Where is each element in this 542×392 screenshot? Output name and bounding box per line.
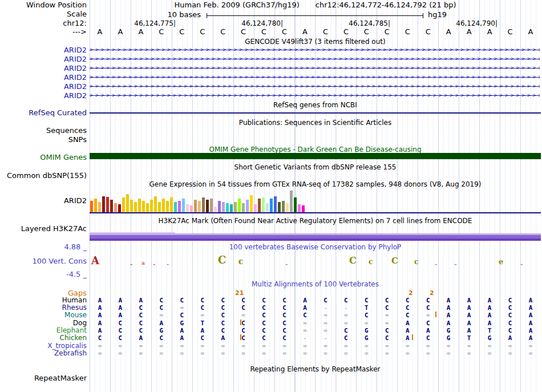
- gtex-tissue-bar[interactable]: [210, 199, 213, 212]
- gtex-tissue-bar[interactable]: [242, 203, 245, 212]
- gtex-tissue-bar[interactable]: [142, 201, 145, 212]
- gtex-tissue-bar[interactable]: [270, 199, 273, 212]
- alignment-row-zebrafish[interactable]: Zebrafish======================: [0, 350, 542, 357]
- ucsc-genome-browser-track-image[interactable]: Window Position Human Feb. 2009 (GRCh37/…: [0, 0, 542, 392]
- gtex-tissue-bar[interactable]: [238, 199, 241, 212]
- gtex-tissue-bar[interactable]: [246, 200, 249, 212]
- gtex-tissue-bar[interactable]: [130, 200, 133, 212]
- gtex-tissue-bar[interactable]: [262, 197, 265, 212]
- track-label-layered-h3k27ac[interactable]: Layered H3K27Ac: [0, 225, 87, 232]
- gtex-tissue-bar[interactable]: [222, 202, 225, 212]
- gtex-tissue-bar[interactable]: [166, 201, 169, 212]
- gtex-tissue-bar[interactable]: [202, 197, 205, 212]
- gtex-tissue-bar[interactable]: [154, 196, 157, 212]
- gtex-tissue-bar[interactable]: [214, 207, 217, 212]
- aligned-base: =: [377, 312, 397, 319]
- gtex-tissue-bar[interactable]: [298, 204, 301, 212]
- gtex-expression-barchart[interactable]: [90, 191, 305, 212]
- gtex-tissue-bar[interactable]: [274, 196, 277, 212]
- gtex-tissue-bar[interactable]: [158, 202, 161, 212]
- track-label-100-vert-cons[interactable]: 100 Vert. Cons: [0, 257, 87, 265]
- gtex-tissue-bar[interactable]: [286, 203, 289, 212]
- aligned-base: C: [213, 297, 233, 304]
- gap-count: 2: [408, 289, 413, 297]
- gtex-tissue-bar[interactable]: [98, 202, 101, 212]
- omim-gene-item[interactable]: [90, 153, 541, 159]
- gene-transcript-row[interactable]: ARID2>>>>>>>>>>>>>>>>>>>>>>>>>>>>>>>>>>>…: [0, 46, 542, 54]
- track-label-refseq-curated[interactable]: RefSeq Curated: [0, 109, 87, 116]
- gtex-tissue-bar[interactable]: [174, 202, 177, 212]
- gene-name-label[interactable]: ARID2: [0, 64, 87, 72]
- gtex-tissue-bar[interactable]: [90, 201, 93, 212]
- aligned-base: C: [213, 312, 233, 319]
- gtex-tissue-bar[interactable]: [278, 202, 281, 212]
- track-label-omim-genes[interactable]: OMIM Genes: [0, 153, 87, 161]
- track-label-gtex-arid2[interactable]: ARID2: [0, 197, 87, 204]
- gtex-tissue-bar[interactable]: [182, 199, 185, 212]
- gtex-tissue-bar[interactable]: [110, 200, 113, 212]
- gtex-tissue-bar[interactable]: [106, 197, 109, 212]
- base-position-ruler[interactable]: 46,124,775|46,124,780|46,124,785|46,124,…: [0, 19, 542, 27]
- gtex-tissue-bar[interactable]: [186, 204, 189, 212]
- gene-transcript-row[interactable]: ARID2>>>>>>>>>>>>>>>>>>>>>>>>>>>>>>>>>>>…: [0, 74, 542, 81]
- alignment-row-mouse[interactable]: MouseAAC=C=C=CCC==C=C=AAACA: [0, 312, 542, 319]
- gtex-tissue-bar[interactable]: [114, 203, 117, 212]
- gtex-tissue-bar[interactable]: [290, 191, 293, 212]
- gtex-tissue-bar[interactable]: [138, 199, 141, 212]
- gene-name-label[interactable]: ARID2: [0, 74, 87, 81]
- track-label-repeatmasker[interactable]: RepeatMasker: [0, 374, 87, 382]
- gtex-tissue-bar[interactable]: [230, 204, 233, 212]
- gtex-tissue-bar[interactable]: [170, 197, 173, 212]
- gene-transcript-row[interactable]: ARID2>>>>>>>>>>>>>>>>>>>>>>>>>>>>>>>>>>>…: [0, 83, 542, 90]
- gtex-tissue-bar[interactable]: [234, 202, 237, 212]
- gtex-tissue-bar[interactable]: [198, 201, 201, 212]
- gtex-tissue-bar[interactable]: [190, 205, 193, 212]
- reference-base: A: [520, 28, 541, 36]
- aligned-base: G: [172, 320, 192, 327]
- reference-sequence-row[interactable]: AAACCCCCCCACCCCCCAAACA: [90, 28, 541, 36]
- conservation-glyph: c: [238, 257, 244, 265]
- aligned-base: =: [418, 350, 438, 357]
- gtex-tissue-bar[interactable]: [302, 205, 305, 212]
- gtex-tissue-bar[interactable]: [178, 201, 181, 212]
- gene-transcript-row[interactable]: ARID2>>>>>>>>>>>>>>>>>>>>>>>>>>>>>>>>>>>…: [0, 92, 542, 99]
- gtex-tissue-bar[interactable]: [122, 197, 125, 212]
- aligned-base: A: [418, 327, 438, 334]
- alignment-row-chicken[interactable]: ChickenCCACACACCC--CGCACGTGAA: [0, 334, 542, 342]
- gtex-tissue-bar[interactable]: [94, 199, 97, 212]
- gtex-tissue-bar[interactable]: [206, 200, 209, 212]
- gtex-tissue-bar[interactable]: [266, 203, 269, 212]
- refseq-curated-item[interactable]: [90, 112, 541, 114]
- track-label-snps[interactable]: SNPs: [0, 136, 87, 143]
- gtex-tissue-bar[interactable]: [294, 197, 297, 212]
- track-label-sequences[interactable]: Sequences: [0, 127, 87, 134]
- scale-label: Scale: [0, 10, 87, 18]
- gtex-tissue-bar[interactable]: [258, 199, 261, 212]
- gtex-tissue-bar[interactable]: [118, 204, 121, 212]
- conservation-glyph: a: [141, 261, 145, 266]
- gtex-tissue-bar[interactable]: [218, 201, 221, 212]
- gtex-tissue-bar[interactable]: [162, 199, 165, 212]
- gtex-tissue-bar[interactable]: [102, 196, 105, 212]
- gene-name-label[interactable]: ARID2: [0, 46, 87, 54]
- gene-name-label[interactable]: ARID2: [0, 83, 87, 90]
- gene-name-label[interactable]: ARID2: [0, 55, 87, 63]
- species-label[interactable]: Chicken: [0, 334, 87, 342]
- gtex-tissue-bar[interactable]: [134, 202, 137, 212]
- gtex-tissue-bar[interactable]: [150, 200, 153, 212]
- species-label[interactable]: Mouse: [0, 312, 87, 319]
- track-label-common-dbsnp[interactable]: Common dbSNP(155): [0, 172, 87, 179]
- gtex-tissue-bar[interactable]: [126, 194, 129, 212]
- species-label[interactable]: Zebrafish: [0, 350, 87, 357]
- gene-name-label[interactable]: ARID2: [0, 92, 87, 99]
- gtex-tissue-bar[interactable]: [146, 203, 149, 212]
- gene-transcript-row[interactable]: ARID2>>>>>>>>>>>>>>>>>>>>>>>>>>>>>>>>>>>…: [0, 64, 542, 72]
- alignment-bases: ACCGAACCCC==CGCAAGATCA: [90, 327, 541, 334]
- gtex-tissue-bar[interactable]: [250, 195, 253, 212]
- h3k27ac-signal-layer3[interactable]: [90, 239, 541, 241]
- gtex-tissue-bar[interactable]: [282, 201, 285, 212]
- gtex-tissue-bar[interactable]: [254, 204, 257, 212]
- gtex-tissue-bar[interactable]: [226, 203, 229, 212]
- gtex-tissue-bar[interactable]: [194, 200, 197, 212]
- gene-transcript-row[interactable]: ARID2>>>>>>>>>>>>>>>>>>>>>>>>>>>>>>>>>>>…: [0, 55, 542, 63]
